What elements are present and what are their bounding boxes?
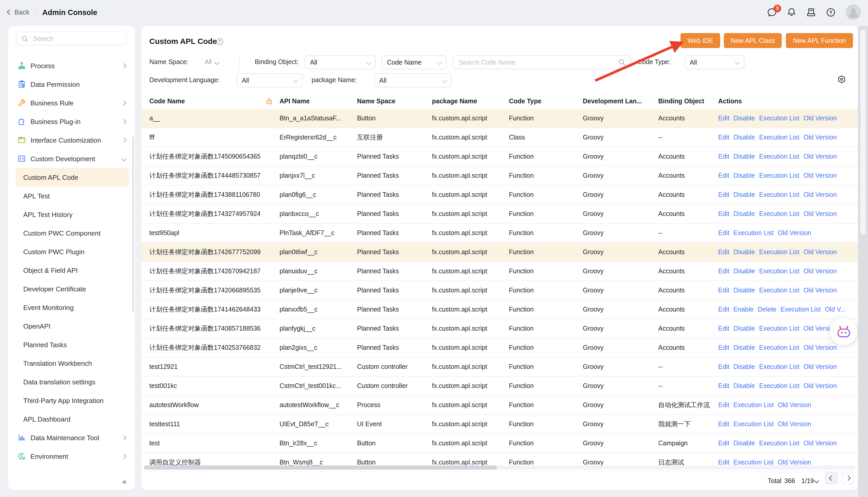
sidebar-item-data-maintenance-tool[interactable]: Data Maintenance Tool <box>8 428 135 447</box>
col-code-name[interactable]: Code Name <box>149 95 266 109</box>
sidebar-item-planned-tasks[interactable]: Planned Tasks <box>8 335 135 354</box>
action-enable[interactable]: Enable <box>734 300 754 319</box>
dev-language-select[interactable]: All <box>237 73 303 87</box>
action-disable[interactable]: Disable <box>734 338 755 357</box>
action-disable[interactable]: Disable <box>734 109 755 128</box>
sidebar-item-data-translation-settings[interactable]: Data translation settings <box>8 372 135 391</box>
next-page-button[interactable] <box>842 472 854 484</box>
action-old-version[interactable]: Old Version <box>778 396 811 414</box>
sidebar-item-custom-pwc-plugin[interactable]: Custom PWC Plugin <box>8 242 135 261</box>
sidebar-item-custom-pwc-component[interactable]: Custom PWC Component <box>8 224 135 242</box>
action-edit[interactable]: Edit <box>718 396 729 414</box>
inbox-icon[interactable] <box>806 7 816 17</box>
code-search-input[interactable] <box>458 58 615 66</box>
action-edit[interactable]: Edit <box>718 415 729 434</box>
col-dev-language[interactable]: Development Lan... <box>583 95 656 109</box>
action-execution-list[interactable]: Execution List <box>780 300 821 319</box>
chat-icon[interactable]: 3 <box>767 7 777 17</box>
action-execution-list[interactable]: Execution List <box>759 434 799 453</box>
action-old-version[interactable]: Old Version <box>803 185 837 204</box>
action-delete[interactable]: Delete <box>758 300 776 319</box>
code-field-select[interactable]: Code Name <box>382 55 446 69</box>
code-type-select[interactable]: All <box>685 55 744 69</box>
action-execution-list[interactable]: Execution List <box>759 357 799 376</box>
sidebar-item-event-monitoring[interactable]: Event Monitoring <box>8 298 135 317</box>
action-execution-list[interactable]: Execution List <box>759 147 799 166</box>
sidebar-item-process[interactable]: Process <box>8 56 135 75</box>
sidebar-item-apl-dashboard[interactable]: APL Dashboard <box>8 410 135 428</box>
sidebar-item-apl-test[interactable]: APL Test <box>8 186 135 205</box>
action-disable[interactable]: Disable <box>734 281 755 300</box>
new-apl-function-button[interactable]: New APL Function <box>786 33 853 48</box>
new-apl-class-button[interactable]: New APL Class <box>724 33 782 48</box>
help-icon[interactable]: ? <box>826 7 836 17</box>
action-old-version[interactable]: Old Version <box>803 262 837 281</box>
action-execution-list[interactable]: Execution List <box>759 262 799 281</box>
table-settings-icon[interactable] <box>837 75 846 84</box>
sidebar-item-custom-apl-code[interactable]: Custom APL Code <box>15 168 129 186</box>
sidebar-item-apl-test-history[interactable]: APL Test History <box>8 205 135 224</box>
sidebar-item-translation-workbench[interactable]: Translation Workbench <box>8 354 135 372</box>
action-disable[interactable]: Disable <box>734 147 755 166</box>
action-edit[interactable]: Edit <box>718 204 729 223</box>
page-indicator[interactable]: 1/19 <box>801 475 814 487</box>
action-disable[interactable]: Disable <box>734 128 755 147</box>
action-execution-list[interactable]: Execution List <box>759 319 799 338</box>
action-execution-list[interactable]: Execution List <box>734 415 774 434</box>
action-edit[interactable]: Edit <box>718 224 729 242</box>
action-old-version[interactable]: Old Version <box>803 377 837 395</box>
action-disable[interactable]: Disable <box>734 243 755 261</box>
vertical-scrollbar-thumb[interactable] <box>860 29 866 236</box>
sidebar-item-object-field-api[interactable]: Object & Field API <box>8 261 135 280</box>
action-old-version[interactable]: Old Version <box>803 204 837 223</box>
sidebar-scrollbar[interactable] <box>132 137 134 313</box>
horizontal-scrollbar-thumb[interactable] <box>144 466 497 470</box>
sidebar-item-business-plug-in[interactable]: Business Plug-in <box>8 112 135 131</box>
assistant-robot-button[interactable] <box>830 318 857 345</box>
action-edit[interactable]: Edit <box>718 166 729 185</box>
action-old-version[interactable]: Old Version <box>803 357 837 376</box>
action-old-v[interactable]: Old V... <box>825 300 846 319</box>
sidebar-search-input[interactable] <box>32 34 122 43</box>
action-execution-list[interactable]: Execution List <box>759 281 799 300</box>
action-execution-list[interactable]: Execution List <box>759 128 799 147</box>
sidebar-item-developer-certificate[interactable]: Developer Certificate <box>8 280 135 298</box>
action-edit[interactable]: Edit <box>718 109 729 128</box>
package-name-select[interactable]: All <box>374 73 452 87</box>
action-old-version[interactable]: Old Version <box>803 109 837 128</box>
action-disable[interactable]: Disable <box>734 434 755 453</box>
sidebar-item-third-party-app-integration[interactable]: Third-Party App Integration <box>8 391 135 410</box>
action-old-version[interactable]: Old Version <box>803 281 837 300</box>
action-edit[interactable]: Edit <box>718 434 729 453</box>
bell-icon[interactable] <box>786 7 797 17</box>
action-edit[interactable]: Edit <box>718 300 729 319</box>
sidebar-item-environment[interactable]: Environment <box>8 447 135 466</box>
action-edit[interactable]: Edit <box>718 319 729 338</box>
action-execution-list[interactable]: Execution List <box>759 338 799 357</box>
col-package-name[interactable]: package Name <box>432 95 507 109</box>
action-old-version[interactable]: Old Version <box>778 415 811 434</box>
prev-page-button[interactable] <box>825 472 838 484</box>
action-execution-list[interactable]: Execution List <box>759 243 799 261</box>
horizontal-scrollbar-track[interactable] <box>144 466 855 470</box>
col-api-name[interactable]: API Name <box>280 95 355 109</box>
action-execution-list[interactable]: Execution List <box>759 109 799 128</box>
action-execution-list[interactable]: Execution List <box>759 185 799 204</box>
action-old-version[interactable]: Old Version <box>803 434 837 453</box>
action-disable[interactable]: Disable <box>734 377 755 395</box>
action-disable[interactable]: Disable <box>734 166 755 185</box>
page-size-chevron-icon[interactable] <box>814 478 819 483</box>
avatar[interactable] <box>845 4 861 20</box>
search-icon[interactable] <box>618 58 626 66</box>
action-old-version[interactable]: Old Version <box>803 147 837 166</box>
action-edit[interactable]: Edit <box>718 338 729 357</box>
sidebar-item-openapi[interactable]: OpenAPI <box>8 317 135 335</box>
binding-object-select[interactable]: All <box>305 55 375 69</box>
action-execution-list[interactable]: Execution List <box>734 396 774 414</box>
action-edit[interactable]: Edit <box>718 262 729 281</box>
action-disable[interactable]: Disable <box>734 185 755 204</box>
action-old-version[interactable]: Old Version <box>803 166 837 185</box>
action-old-version[interactable]: Old Version <box>803 338 837 357</box>
action-edit[interactable]: Edit <box>718 243 729 261</box>
col-binding-object[interactable]: Binding Object <box>658 95 716 109</box>
